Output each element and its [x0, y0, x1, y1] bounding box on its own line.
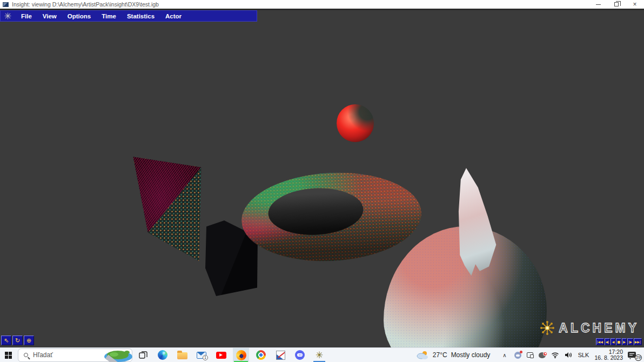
- alchemy-app-icon: ✳: [316, 351, 323, 360]
- clock-date: 16. 8. 2023: [594, 355, 623, 361]
- windows-logo-icon: [5, 352, 12, 359]
- edge-icon: [158, 350, 167, 360]
- quad-maroon-face: [132, 157, 203, 262]
- alchemy-logo-icon: [540, 320, 555, 336]
- minimize-button[interactable]: [589, 0, 607, 9]
- taskbar-item-explorer[interactable]: [175, 348, 190, 362]
- youtube-icon: [216, 352, 226, 359]
- window-title: Insight: viewing D:\Alchemy\ArtistPack\i…: [12, 1, 159, 8]
- tray-red-status-icon[interactable]: [539, 352, 546, 358]
- taskbar-item-firefox[interactable]: [233, 348, 249, 362]
- textured-torus-object: [239, 168, 424, 265]
- weather-temperature: 27°C: [433, 351, 447, 359]
- jump-start-button[interactable]: |◀◀: [596, 338, 604, 345]
- menu-time[interactable]: Time: [96, 11, 122, 21]
- menu-options[interactable]: Options: [62, 11, 96, 21]
- desktop: { "window": { "title": "Insight: viewing…: [0, 0, 644, 362]
- taskbar-item-edge[interactable]: [155, 348, 170, 362]
- file-explorer-icon: [177, 352, 187, 359]
- taskbar-item-mail[interactable]: 1: [194, 348, 209, 362]
- alchemy-menu-icon: [4, 12, 12, 20]
- chrome-icon: [256, 350, 266, 360]
- 3d-viewport[interactable]: File View Options Time Statistics Actor: [0, 9, 644, 347]
- firefox-icon: [236, 350, 246, 360]
- notification-count-badge: 29: [635, 354, 642, 361]
- alchemy-logo: ALCHEMY: [540, 320, 639, 336]
- taskbar-item-chrome[interactable]: [253, 348, 269, 362]
- textured-quad-object: [132, 157, 203, 262]
- restore-icon: [614, 2, 619, 6]
- notification-center-button[interactable]: 29: [627, 350, 640, 360]
- close-button[interactable]: ×: [626, 0, 644, 9]
- title-bar: Insight: viewing D:\Alchemy\ArtistPack\i…: [0, 0, 644, 9]
- taskbar-item-image-editor[interactable]: [273, 348, 288, 362]
- taskbar-right-cluster: 27°C Mostly cloudy ∧ SLK 17:20 1: [416, 348, 644, 362]
- mail-badge: 1: [203, 355, 208, 360]
- weather-icon: [416, 350, 429, 360]
- menu-bar: File View Options Time Statistics Actor: [0, 10, 257, 22]
- task-view-button[interactable]: [136, 348, 151, 362]
- weather-widget[interactable]: 27°C Mostly cloudy: [416, 350, 491, 360]
- select-tool-button[interactable]: ⇖: [1, 336, 11, 345]
- image-editor-icon: [276, 351, 285, 360]
- island-app-icon[interactable]: [103, 348, 133, 362]
- task-view-icon: [139, 351, 147, 359]
- tray-device-icon[interactable]: [527, 352, 533, 358]
- mail-icon: 1: [197, 352, 206, 359]
- volume-icon[interactable]: [565, 352, 572, 358]
- menu-statistics[interactable]: Statistics: [122, 11, 160, 21]
- discord-icon: [295, 350, 305, 360]
- play-button[interactable]: ▶: [622, 338, 627, 345]
- menu-view[interactable]: View: [37, 11, 62, 21]
- show-hidden-icons-button[interactable]: ∧: [502, 352, 506, 358]
- menu-actor[interactable]: Actor: [160, 11, 187, 21]
- language-indicator[interactable]: SLK: [578, 352, 589, 358]
- menu-file[interactable]: File: [16, 11, 37, 21]
- minimize-icon: [596, 4, 601, 5]
- alchemy-logo-text: ALCHEMY: [559, 320, 639, 336]
- search-input[interactable]: [33, 351, 109, 359]
- taskbar-item-youtube[interactable]: [213, 348, 229, 362]
- play-reverse-button[interactable]: ◀: [611, 338, 615, 345]
- restore-button[interactable]: [607, 0, 626, 9]
- playback-controls: |◀◀ ◀| ◀ ■ ▶ |▶ ▶▶|: [596, 338, 642, 345]
- search-icon: [24, 353, 28, 357]
- tray-discord-icon[interactable]: [514, 352, 521, 359]
- taskbar: 1 ✳ 27°C Mostly cloudy ∧: [0, 347, 644, 362]
- step-forward-button[interactable]: |▶: [627, 338, 633, 345]
- taskbar-item-discord[interactable]: [292, 348, 307, 362]
- app-window-icon: [3, 2, 9, 7]
- focus-tool-button[interactable]: ⊕: [24, 336, 34, 345]
- viewport-tool-buttons: ⇖ ↻ ⊕: [1, 336, 34, 345]
- window-controls: ×: [589, 0, 644, 9]
- taskbar-item-insight[interactable]: ✳: [312, 348, 327, 362]
- red-sphere-object: [337, 104, 374, 142]
- step-back-button[interactable]: ◀|: [605, 338, 611, 345]
- jump-end-button[interactable]: ▶▶|: [634, 338, 642, 345]
- clock[interactable]: 17:20 16. 8. 2023: [594, 349, 623, 361]
- weather-condition: Mostly cloudy: [451, 351, 491, 359]
- wifi-icon[interactable]: [551, 352, 559, 358]
- start-button[interactable]: [0, 348, 16, 362]
- stop-button[interactable]: ■: [616, 338, 621, 345]
- rotate-tool-button[interactable]: ↻: [12, 336, 23, 345]
